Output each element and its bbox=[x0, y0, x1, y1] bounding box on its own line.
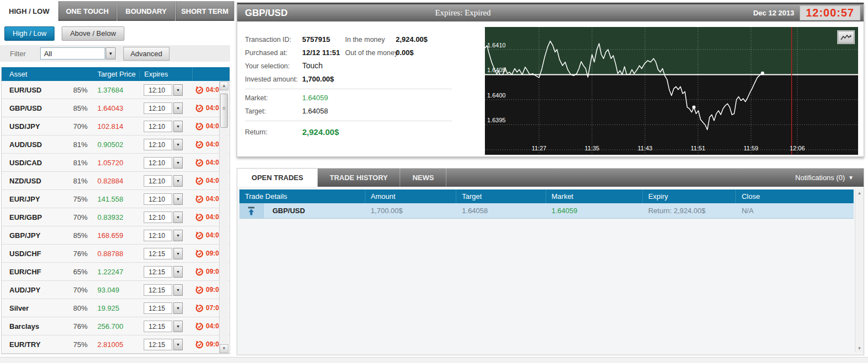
asset-row-gbp-usd[interactable]: GBP/USD85%1.6404312:10▼ 04:03 bbox=[2, 99, 230, 117]
tab-short-term[interactable]: SHORT TERM bbox=[176, 1, 234, 21]
subtab-high-low[interactable]: High / Low bbox=[4, 26, 54, 41]
expiry-select-value: 12:15 bbox=[144, 302, 172, 314]
expiry-select[interactable]: 12:10▼ bbox=[144, 211, 183, 223]
expiry-select[interactable]: 12:15▼ bbox=[144, 320, 183, 332]
expiry-select[interactable]: 12:15▼ bbox=[144, 302, 183, 314]
chevron-down-icon[interactable]: ▼ bbox=[106, 47, 116, 59]
chevron-down-icon[interactable]: ▼ bbox=[173, 321, 183, 332]
chevron-down-icon[interactable]: ▼ bbox=[173, 339, 183, 350]
expiry-select[interactable]: 12:15▼ bbox=[144, 284, 183, 296]
svg-text:11:27: 11:27 bbox=[532, 145, 547, 151]
scroll-down-icon[interactable]: ▼ bbox=[220, 344, 228, 353]
chart-type-button[interactable] bbox=[838, 31, 854, 44]
open-trade-row-gbp-usd[interactable]: GBP/USD1,700.00$1.640581.64059Return: 2,… bbox=[239, 203, 854, 219]
expiry-select-value: 12:10 bbox=[144, 175, 172, 187]
asset-payout: 70% bbox=[61, 122, 93, 131]
chevron-down-icon[interactable]: ▼ bbox=[173, 248, 183, 259]
asset-row-nzd-usd[interactable]: NZD/USD81%0.8288412:10▼ 04:03 bbox=[2, 172, 230, 190]
scrollbar-thumb[interactable] bbox=[220, 94, 228, 128]
asset-row-aud-usd[interactable]: AUD/USD81%0.9050212:10▼ 04:03 bbox=[2, 136, 230, 154]
asset-row-eur-chf[interactable]: EUR/CHF65%1.2224712:15▼ 09:03 bbox=[2, 263, 230, 281]
chevron-down-icon[interactable]: ▼ bbox=[173, 121, 183, 132]
chevron-down-icon[interactable]: ▼ bbox=[173, 266, 183, 278]
purchased-at-label: Purchased at: bbox=[245, 49, 287, 57]
asset-payout: 76% bbox=[61, 322, 93, 331]
trade-amount: 1,700.00$ bbox=[365, 203, 457, 218]
expiry-select[interactable]: 12:10▼ bbox=[144, 175, 183, 187]
asset-table-scrollbar[interactable]: ▲ ▼ bbox=[219, 82, 228, 353]
asset-row-eur-usd[interactable]: EUR/USD85%1.3768412:10▼ 04:03 bbox=[2, 81, 230, 99]
chevron-down-icon[interactable]: ▼ bbox=[173, 102, 183, 114]
expiry-select[interactable]: 12:10▼ bbox=[144, 120, 183, 132]
target-value: 1.64058 bbox=[302, 107, 328, 115]
selection-label: Your selection: bbox=[245, 62, 290, 70]
asset-payout: 70% bbox=[61, 213, 93, 221]
transaction-id-value: 5757915 bbox=[302, 35, 330, 44]
asset-target-price: 168.659 bbox=[93, 231, 139, 240]
countdown-timer-icon bbox=[195, 104, 204, 112]
tab-trade-history[interactable]: TRADE HISTORY bbox=[318, 169, 400, 187]
chevron-down-icon[interactable]: ▼ bbox=[173, 139, 183, 150]
purchased-at-value: 12/12 11:51 bbox=[302, 48, 340, 57]
asset-row-eur-gbp[interactable]: EUR/GBP70%0.8393212:10▼ 04:03 bbox=[2, 208, 230, 226]
chevron-down-icon[interactable]: ▼ bbox=[173, 175, 183, 187]
asset-row-eur-try[interactable]: EUR/TRY75%2.8100512:15▼ 09:03 bbox=[2, 335, 230, 354]
asset-target-price: 1.64043 bbox=[93, 104, 139, 112]
asset-payout: 85% bbox=[61, 86, 93, 94]
tab-high-low[interactable]: HIGH / LOW bbox=[0, 1, 58, 21]
tab-boundary[interactable]: BOUNDARY bbox=[117, 1, 176, 21]
trade-expiry: Return: 2,924.00$ bbox=[643, 203, 736, 218]
subtab-above-below[interactable]: Above / Below bbox=[62, 26, 124, 41]
current-date: Dec 12 2013 bbox=[753, 9, 794, 17]
tab-one-touch[interactable]: ONE TOUCH bbox=[58, 1, 117, 21]
spacer-column-header bbox=[192, 67, 230, 81]
trades-scrollbar[interactable]: ▲ ▼ bbox=[855, 189, 863, 353]
expiry-select[interactable]: 12:15▼ bbox=[144, 266, 183, 278]
countdown-timer-icon bbox=[195, 177, 204, 185]
horizontal-scrollbar[interactable] bbox=[0, 357, 868, 363]
asset-name: GBP/JPY bbox=[2, 231, 61, 240]
asset-row-eur-jpy[interactable]: EUR/JPY75%141.55812:10▼ 04:03 bbox=[2, 190, 230, 208]
column-header-close: Close bbox=[736, 189, 854, 203]
chevron-down-icon[interactable]: ▼ bbox=[173, 212, 183, 223]
countdown-timer-icon bbox=[195, 340, 204, 349]
expiry-select[interactable]: 12:10▼ bbox=[144, 84, 183, 96]
chevron-down-icon[interactable]: ▼ bbox=[173, 284, 183, 296]
asset-row-aud-jpy[interactable]: AUD/JPY70%93.04912:15▼ 09:03 bbox=[2, 281, 230, 299]
chevron-down-icon[interactable]: ▼ bbox=[173, 193, 183, 205]
asset-name: NZD/USD bbox=[2, 177, 61, 185]
expiry-select[interactable]: 12:10▼ bbox=[144, 138, 183, 150]
asset-row-gbp-jpy[interactable]: GBP/JPY85%168.65912:10▼ 04:03 bbox=[2, 226, 230, 245]
filter-bar: Filter All ▼ Advanced bbox=[0, 45, 230, 62]
tab-news[interactable]: NEWS bbox=[400, 169, 446, 187]
expiry-select[interactable]: 12:15▼ bbox=[144, 247, 183, 259]
scroll-down-icon[interactable]: ▼ bbox=[856, 345, 863, 353]
chevron-down-icon[interactable]: ▼ bbox=[173, 230, 183, 241]
asset-row-usd-cad[interactable]: USD/CAD81%1.0572012:10▼ 04:03 bbox=[2, 154, 230, 172]
expiry-select[interactable]: 12:10▼ bbox=[144, 156, 183, 169]
divider bbox=[245, 89, 452, 89]
chevron-down-icon[interactable]: ▼ bbox=[173, 302, 183, 314]
filter-select[interactable]: All ▼ bbox=[40, 47, 116, 59]
asset-payout: 85% bbox=[61, 104, 93, 112]
countdown-timer-icon bbox=[195, 159, 204, 167]
expiry-select[interactable]: 12:10▼ bbox=[144, 193, 183, 205]
asset-row-barclays[interactable]: Barclays76%256.70012:15▼ 04:03 bbox=[2, 317, 230, 335]
notifications-dropdown[interactable]: Notifications (0)▼ bbox=[795, 169, 864, 187]
expiry-select[interactable]: 12:10▼ bbox=[144, 102, 183, 114]
advanced-button[interactable]: Advanced bbox=[123, 47, 170, 61]
asset-name: EUR/JPY bbox=[2, 195, 61, 203]
asset-row-silver[interactable]: Silver80%19.92512:15▼ 07:03 bbox=[2, 299, 230, 317]
chevron-down-icon[interactable]: ▼ bbox=[173, 157, 183, 169]
scroll-up-icon[interactable]: ▲ bbox=[856, 189, 863, 197]
asset-target-price: 19.925 bbox=[93, 304, 139, 312]
asset-target-price: 1.05720 bbox=[93, 159, 139, 167]
tab-open-trades[interactable]: OPEN TRADES bbox=[237, 169, 318, 187]
asset-target-price: 141.558 bbox=[93, 195, 139, 203]
asset-row-usd-chf[interactable]: USD/CHF76%0.8878812:15▼ 09:03 bbox=[2, 245, 230, 263]
chevron-down-icon[interactable]: ▼ bbox=[173, 84, 183, 96]
expiry-select[interactable]: 12:10▼ bbox=[144, 229, 183, 241]
asset-row-usd-jpy[interactable]: USD/JPY70%102.81412:10▼ 04:03 bbox=[2, 117, 230, 136]
scroll-up-icon[interactable]: ▲ bbox=[220, 82, 228, 90]
expiry-select[interactable]: 12:15▼ bbox=[144, 338, 183, 350]
